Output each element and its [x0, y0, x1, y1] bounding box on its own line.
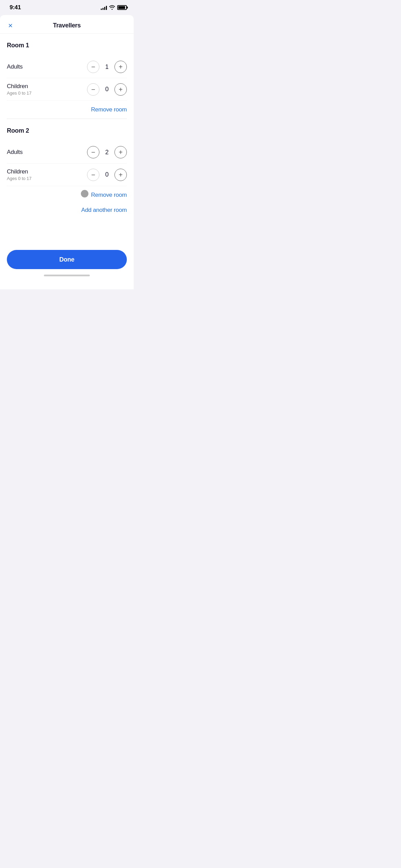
status-icons	[101, 5, 127, 10]
room-2-adults-stepper: − 2 +	[87, 146, 127, 158]
add-room-row: Add another room	[7, 201, 127, 219]
modal-header: × Travellers	[0, 15, 134, 34]
room-1-section: Room 1 Adults − 1 +	[7, 34, 127, 116]
room-1-remove-button[interactable]: Remove room	[91, 106, 127, 113]
touch-indicator	[81, 190, 88, 197]
wifi-icon	[109, 5, 115, 10]
signal-icon	[101, 5, 107, 10]
room-1-children-name: Children	[7, 83, 32, 90]
room-2-section: Room 2 Adults − 2 +	[7, 119, 127, 219]
room-2-children-label: Children Ages 0 to 17	[7, 168, 32, 181]
room-1-adults-row: Adults − 1 +	[7, 56, 127, 78]
room-1-adults-plus-button[interactable]: +	[114, 61, 127, 73]
room-2-children-value: 0	[104, 171, 110, 178]
done-button-wrapper: Done	[0, 246, 134, 272]
room-1-children-value: 0	[104, 86, 110, 93]
room-1-adults-value: 1	[104, 63, 110, 71]
room-2-children-row: Children Ages 0 to 17 − 0 +	[7, 164, 127, 186]
room-1-children-subtitle: Ages 0 to 17	[7, 91, 32, 96]
modal-content: Room 1 Adults − 1 +	[0, 34, 134, 246]
room-2-children-minus-button[interactable]: −	[87, 169, 99, 181]
room-2-children-name: Children	[7, 168, 32, 175]
add-another-room-button[interactable]: Add another room	[81, 207, 127, 214]
room-1-children-stepper: − 0 +	[87, 83, 127, 96]
home-indicator-bar	[44, 275, 90, 276]
room-2-children-plus-button[interactable]: +	[114, 169, 127, 181]
home-indicator	[0, 272, 134, 278]
room-2-title: Room 2	[7, 127, 127, 134]
room-1-title: Room 1	[7, 42, 127, 49]
status-time: 9:41	[10, 4, 21, 11]
room-2-adults-name: Adults	[7, 149, 23, 156]
room-1-adults-name: Adults	[7, 63, 23, 70]
room-2-adults-minus-button[interactable]: −	[87, 146, 99, 158]
room-1-remove-row: Remove room	[7, 101, 127, 116]
close-button[interactable]: ×	[7, 21, 14, 31]
room-2-adults-label: Adults	[7, 149, 23, 156]
room-2-remove-button[interactable]: Remove room	[91, 192, 127, 198]
room-1-adults-label: Adults	[7, 63, 23, 70]
room-2-children-stepper: − 0 +	[87, 169, 127, 181]
room-1-children-row: Children Ages 0 to 17 − 0 +	[7, 78, 127, 101]
modal-sheet: × Travellers Room 1 Adults − 1 +	[0, 15, 134, 289]
room-1-children-minus-button[interactable]: −	[87, 83, 99, 96]
room-1-children-plus-button[interactable]: +	[114, 83, 127, 96]
room-1-adults-minus-button[interactable]: −	[87, 61, 99, 73]
modal-title: Travellers	[53, 22, 81, 29]
done-button[interactable]: Done	[7, 250, 127, 269]
room-1-children-label: Children Ages 0 to 17	[7, 83, 32, 96]
status-bar: 9:41	[0, 0, 134, 15]
room-1-adults-stepper: − 1 +	[87, 61, 127, 73]
room-2-adults-row: Adults − 2 +	[7, 141, 127, 164]
room-2-adults-value: 2	[104, 149, 110, 156]
room-2-remove-row: Remove room	[7, 186, 127, 201]
battery-icon	[117, 5, 127, 10]
room-2-children-subtitle: Ages 0 to 17	[7, 176, 32, 181]
room-2-adults-plus-button[interactable]: +	[114, 146, 127, 158]
